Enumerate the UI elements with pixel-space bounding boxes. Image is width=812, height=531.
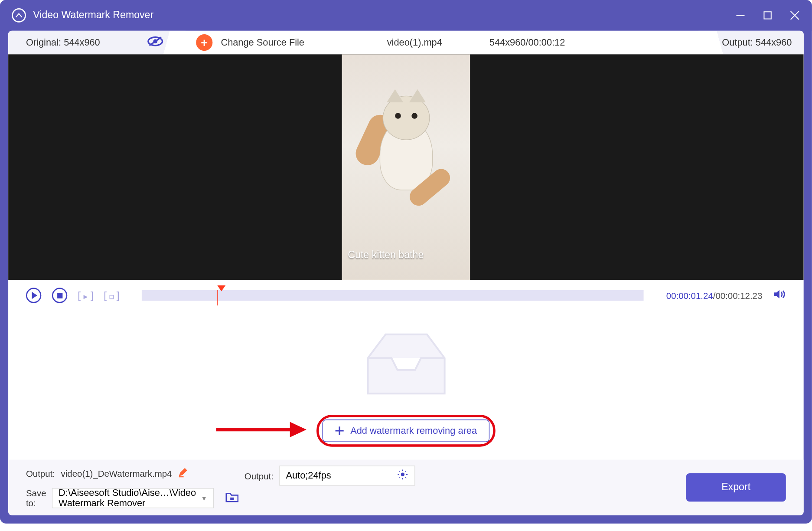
edit-filename-icon[interactable]	[178, 467, 189, 480]
mark-out-button[interactable]: [▫]	[104, 288, 119, 303]
output-settings-dropdown[interactable]: Auto;24fps	[280, 465, 415, 485]
add-source-icon[interactable]: +	[196, 34, 212, 51]
output-dimensions-label: Output: 544x960	[722, 37, 792, 48]
video-preview[interactable]: Cute kitten bathe	[8, 54, 804, 280]
minimize-button[interactable]	[735, 10, 746, 21]
change-source-button[interactable]: Change Source File	[221, 37, 304, 48]
toggle-preview-icon[interactable]	[147, 36, 164, 50]
close-button[interactable]	[789, 10, 800, 21]
svg-rect-1	[764, 12, 771, 19]
app-window: Video Watermark Remover Original: 544x96…	[0, 0, 812, 524]
playback-controls: [▸] [▫] 00:00:01.24/00:00:12.23	[8, 280, 804, 311]
stop-button[interactable]	[52, 288, 67, 303]
svg-point-12	[401, 473, 404, 476]
svg-rect-11	[230, 498, 234, 500]
app-title: Video Watermark Remover	[33, 10, 735, 21]
save-path-dropdown[interactable]: D:\Aiseesoft Studio\Aise…\Video Watermar…	[52, 488, 214, 508]
save-path-value: D:\Aiseesoft Studio\Aise…\Video Watermar…	[59, 488, 201, 509]
current-time: 00:00:01.24	[666, 290, 713, 300]
chevron-down-icon: ▼	[201, 495, 207, 502]
play-button[interactable]	[26, 288, 41, 303]
output-settings-value: Auto;24fps	[286, 470, 331, 481]
video-frame: Cute kitten bathe	[342, 54, 470, 280]
content-area: Original: 544x960 + Change Source File v…	[8, 31, 804, 515]
source-dimensions-duration: 544x960/00:00:12	[489, 37, 565, 48]
plus-icon	[335, 426, 345, 436]
volume-icon[interactable]	[773, 288, 786, 303]
output-filename-label: Output:	[26, 468, 55, 478]
export-button[interactable]: Export	[686, 473, 786, 502]
gear-icon[interactable]	[397, 469, 409, 483]
mark-in-button[interactable]: [▸]	[78, 288, 93, 303]
add-watermark-area-label: Add watermark removing area	[350, 426, 477, 436]
add-watermark-area-button[interactable]: Add watermark removing area	[323, 420, 489, 442]
open-folder-icon[interactable]	[225, 492, 238, 505]
timeline-slider[interactable]	[142, 290, 644, 301]
empty-inbox-icon	[356, 328, 457, 402]
watermark-areas-panel: Add watermark removing area	[8, 311, 804, 459]
time-display: 00:00:01.24/00:00:12.23	[666, 290, 763, 300]
total-time: /00:00:12.23	[713, 290, 763, 300]
app-icon	[12, 8, 26, 23]
annotation-arrow-icon	[213, 421, 308, 441]
info-topbar: Original: 544x960 + Change Source File v…	[8, 31, 804, 54]
source-filename: video(1).mp4	[387, 37, 442, 48]
output-settings-label: Output:	[245, 471, 274, 481]
titlebar: Video Watermark Remover	[0, 0, 812, 31]
output-filename-value: video(1)_DeWatermark.mp4	[61, 468, 172, 478]
save-to-label: Save to:	[26, 488, 46, 508]
output-panel: Output: video(1)_DeWatermark.mp4 Save to…	[8, 460, 804, 515]
original-dimensions-label: Original: 544x960	[26, 37, 100, 48]
video-watermark-caption: Cute kitten bathe	[348, 249, 424, 261]
maximize-button[interactable]	[762, 10, 773, 21]
